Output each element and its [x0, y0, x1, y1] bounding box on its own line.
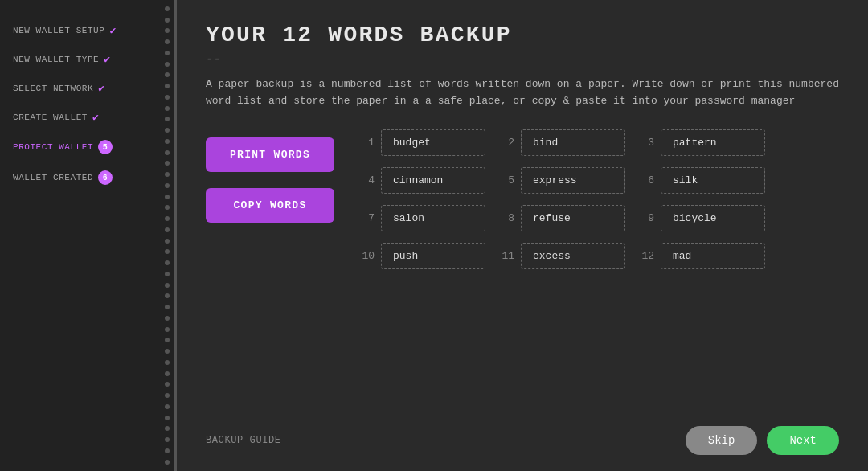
word-item-3: 3 pattern [638, 129, 765, 156]
word-item-2: 2 bind [498, 129, 625, 156]
check-icon: ✔ [98, 82, 104, 95]
words-row-2: 4 cinnamon 5 express 6 silk [358, 167, 839, 194]
word-item-8: 8 refuse [498, 205, 625, 231]
sidebar-item-label: SELECT NETWORK [13, 84, 93, 93]
check-icon: ✔ [104, 53, 110, 66]
words-row-1: 1 budget 2 bind 3 pattern [358, 129, 839, 156]
step-badge: 6 [98, 170, 113, 185]
word-number: 11 [498, 250, 514, 262]
word-number: 8 [498, 212, 514, 224]
word-box: salon [381, 205, 485, 231]
words-row-4: 10 push 11 excess 12 mad [358, 243, 839, 269]
step-badge: 5 [98, 140, 113, 154]
sidebar-item-new-wallet-setup[interactable]: NEW WALLET SETUP ✔ [0, 16, 174, 45]
word-item-12: 12 mad [638, 243, 765, 269]
print-words-button[interactable]: PRINT WORDS [206, 137, 334, 172]
word-box: bicycle [661, 205, 765, 231]
word-box: push [381, 243, 485, 269]
word-box: budget [381, 129, 485, 156]
word-item-10: 10 push [358, 243, 485, 269]
word-item-1: 1 budget [358, 129, 485, 156]
sidebar-item-label: NEW WALLET SETUP [13, 26, 104, 35]
word-box: bind [521, 129, 625, 156]
word-item-9: 9 bicycle [638, 205, 765, 231]
next-button[interactable]: Next [767, 426, 839, 455]
page-description: A paper backup is a numbered list of wor… [206, 76, 839, 110]
sidebar-item-select-network[interactable]: SELECT NETWORK ✔ [0, 74, 174, 103]
word-item-4: 4 cinnamon [358, 167, 485, 194]
sidebar-item-wallet-created[interactable]: WALLET CREATED 6 [0, 162, 174, 193]
word-item-6: 6 silk [638, 167, 765, 194]
main-content: YOUR 12 WORDS BACKUP -- A paper backup i… [177, 0, 868, 471]
check-icon: ✔ [109, 24, 116, 37]
sidebar-item-label: NEW WALLET TYPE [13, 55, 99, 64]
backup-guide-link[interactable]: BACKUP GUIDE [206, 435, 281, 446]
sidebar-item-create-wallet[interactable]: CREATE WALLET ✔ [0, 103, 174, 132]
words-grid: 1 budget 2 bind 3 pattern 4 cinnamon [358, 129, 839, 413]
words-row-3: 7 salon 8 refuse 9 bicycle [358, 205, 839, 231]
word-number: 12 [638, 250, 654, 262]
word-number: 2 [498, 137, 514, 149]
sidebar-item-label: CREATE WALLET [13, 113, 88, 122]
word-number: 3 [638, 137, 654, 149]
word-number: 7 [358, 212, 375, 224]
word-item-7: 7 salon [358, 205, 485, 231]
word-number: 5 [498, 174, 514, 186]
check-icon: ✔ [92, 111, 99, 124]
page-separator: -- [206, 52, 839, 67]
footer: BACKUP GUIDE Skip Next [206, 426, 839, 455]
word-box: mad [661, 243, 765, 269]
sidebar: NEW WALLET SETUP ✔ NEW WALLET TYPE ✔ SEL… [0, 0, 177, 471]
footer-buttons: Skip Next [686, 426, 839, 455]
word-box: refuse [521, 205, 625, 231]
word-number: 6 [638, 174, 654, 186]
copy-words-button[interactable]: COPY WORDS [206, 188, 334, 223]
word-item-11: 11 excess [498, 243, 625, 269]
skip-button[interactable]: Skip [686, 426, 758, 455]
word-box: excess [521, 243, 625, 269]
page-title: YOUR 12 WORDS BACKUP [206, 23, 839, 47]
word-number: 10 [358, 250, 375, 262]
content-area: PRINT WORDS COPY WORDS 1 budget 2 bind 3… [206, 129, 839, 413]
word-box: cinnamon [381, 167, 485, 194]
sidebar-item-protect-wallet[interactable]: PROTECT WALLET 5 [0, 132, 174, 162]
word-box: pattern [661, 129, 765, 156]
sidebar-item-label: WALLET CREATED [13, 173, 93, 182]
sidebar-item-new-wallet-type[interactable]: NEW WALLET TYPE ✔ [0, 45, 174, 74]
word-number: 9 [638, 212, 654, 224]
word-number: 1 [358, 137, 375, 149]
word-box: express [521, 167, 625, 194]
word-box: silk [661, 167, 765, 194]
word-number: 4 [358, 174, 375, 186]
word-item-5: 5 express [498, 167, 625, 194]
action-buttons: PRINT WORDS COPY WORDS [206, 129, 334, 413]
sidebar-item-label: PROTECT WALLET [13, 142, 93, 152]
